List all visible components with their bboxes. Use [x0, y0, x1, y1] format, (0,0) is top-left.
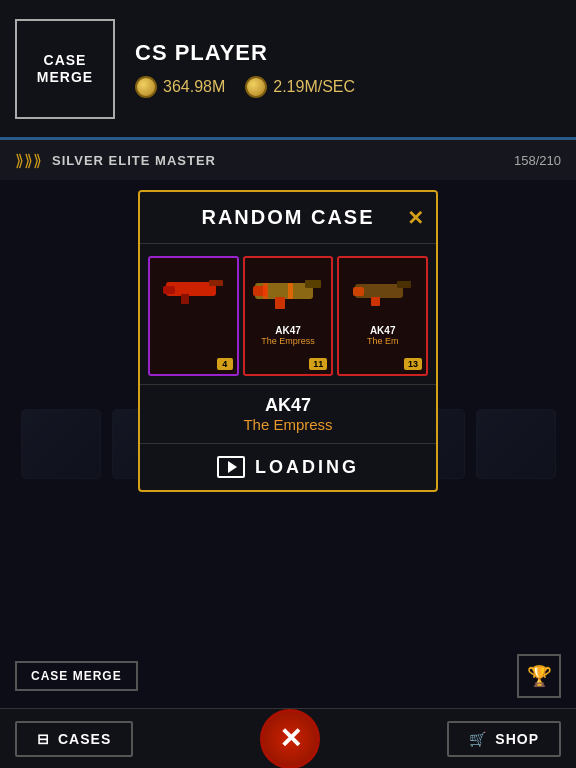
- modal-overlay: RANDOM CASE ✕: [0, 180, 576, 708]
- reward-icon: 🏆: [527, 664, 552, 688]
- item-name-3: AK47: [370, 325, 396, 336]
- modal-title: RANDOM CASE: [201, 206, 374, 228]
- item-card-3[interactable]: AK47 The Em 13: [337, 256, 428, 376]
- svg-rect-3: [181, 294, 189, 304]
- main-area: RANDOM CASE ✕: [0, 180, 576, 708]
- play-icon: [217, 456, 245, 478]
- item-image-2: [253, 264, 323, 319]
- item-card-2[interactable]: AK47 The Empress 11: [243, 256, 334, 376]
- item-name-2: AK47: [275, 325, 301, 336]
- player-name: CS PLAYER: [135, 40, 355, 66]
- rank-label: SILVER ELITE MASTER: [52, 153, 504, 168]
- selected-item-sub: The Empress: [150, 416, 426, 433]
- item-badge-2: 11: [309, 358, 327, 370]
- header: CASE MERGE CS PLAYER 364.98M 2.19M/SEC: [0, 0, 576, 140]
- selected-item-name: AK47: [150, 395, 426, 416]
- svg-rect-6: [305, 280, 321, 288]
- reward-icon-box[interactable]: 🏆: [517, 654, 561, 698]
- coin-icon: [135, 76, 157, 98]
- play-triangle: [228, 461, 237, 473]
- selected-item-display: AK47 The Empress: [140, 384, 436, 443]
- gun-svg-1: [161, 274, 226, 309]
- modal-close-button[interactable]: ✕: [407, 206, 424, 230]
- item-sub-3: The Em: [343, 336, 422, 346]
- cases-icon: ⊟: [37, 731, 50, 747]
- svg-rect-2: [209, 280, 223, 286]
- shop-button[interactable]: 🛒 SHOP: [447, 721, 561, 757]
- svg-rect-11: [353, 287, 364, 296]
- item-badge-3: 13: [404, 358, 422, 370]
- player-info: CS PLAYER 364.98M 2.19M/SEC: [135, 40, 355, 98]
- svg-rect-8: [288, 283, 293, 299]
- items-row: 4 AK47 The Emp: [140, 244, 436, 384]
- case-merge-footer-button[interactable]: CASE MERGE: [15, 661, 138, 691]
- cases-button[interactable]: ⊟ CASES: [15, 721, 133, 757]
- item-badge-1: 4: [217, 358, 233, 370]
- delete-button[interactable]: ✕: [260, 709, 320, 769]
- x-icon: ✕: [279, 722, 302, 755]
- loading-text: LOADING: [255, 457, 359, 478]
- svg-rect-1: [163, 286, 175, 294]
- arrows-icon: ⟫⟫⟫: [15, 151, 42, 170]
- balance-display: 364.98M: [135, 76, 225, 98]
- item-sub-2: The Empress: [249, 336, 328, 346]
- item-image-1: [158, 264, 228, 319]
- coin-icon-2: [245, 76, 267, 98]
- case-merge-header-button[interactable]: CASE MERGE: [15, 19, 115, 119]
- modal-header: RANDOM CASE ✕: [140, 192, 436, 244]
- svg-rect-7: [275, 297, 285, 309]
- per-sec-display: 2.19M/SEC: [245, 76, 355, 98]
- progress-count: 158/210: [514, 153, 561, 168]
- random-case-modal: RANDOM CASE ✕: [138, 190, 438, 492]
- svg-rect-9: [263, 283, 268, 299]
- svg-rect-13: [371, 297, 380, 306]
- shop-icon: 🛒: [469, 731, 487, 747]
- progress-bar-area: ⟫⟫⟫ SILVER ELITE MASTER 158/210: [0, 140, 576, 180]
- loading-area: LOADING: [140, 443, 436, 490]
- bottom-bar: ⊟ CASES ✕ 🛒 SHOP: [0, 708, 576, 768]
- gun-svg-2: [253, 273, 323, 311]
- gun-svg-3: [353, 276, 413, 308]
- item-image-3: [348, 264, 418, 319]
- currency-row: 364.98M 2.19M/SEC: [135, 76, 355, 98]
- svg-rect-12: [397, 281, 411, 288]
- item-card-1[interactable]: 4: [148, 256, 239, 376]
